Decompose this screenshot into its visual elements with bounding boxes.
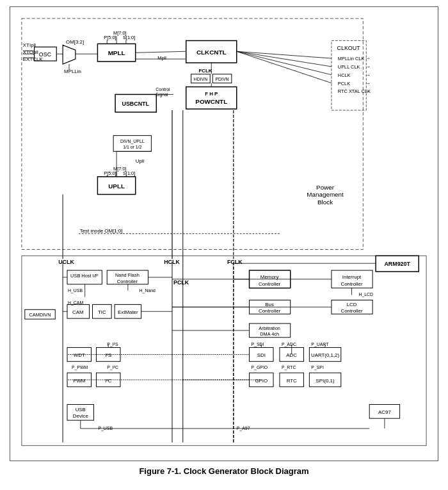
figure-caption: Figure 7-1. Clock Generator Block Diagra… xyxy=(139,466,308,476)
powcntl-label: POWCNTL xyxy=(195,98,227,105)
svg-text:FCLK: FCLK xyxy=(198,68,212,74)
mpll-label: MPLL xyxy=(108,49,125,56)
svg-text:→: → xyxy=(365,72,371,78)
svg-text:HDIVN: HDIVN xyxy=(194,77,208,81)
svg-text:MPLLin CLK: MPLLin CLK xyxy=(338,56,365,61)
svg-text:F  H  P: F H P xyxy=(205,91,218,97)
svg-text:Controller: Controller xyxy=(340,281,363,287)
svg-marker-10 xyxy=(63,45,76,64)
svg-text:P_ADC: P_ADC xyxy=(282,342,296,347)
lcd-controller-label: LCD xyxy=(347,302,357,307)
pwm-label: PWM xyxy=(73,378,85,384)
svg-text:P_PWM: P_PWM xyxy=(72,365,88,370)
svg-text:HCLK: HCLK xyxy=(338,72,351,78)
svg-text:DIVN_UPLL: DIVN_UPLL xyxy=(120,139,145,144)
interrupt-controller-label: Interrupt xyxy=(342,274,362,280)
svg-text:P_I²C: P_I²C xyxy=(107,365,118,370)
svg-text:P_I²S: P_I²S xyxy=(107,342,118,347)
svg-text:H_USB: H_USB xyxy=(68,288,83,293)
svg-text:→: → xyxy=(365,63,371,70)
svg-text:Signal: Signal xyxy=(156,92,168,97)
arm920t-label: ARM920T xyxy=(384,261,410,267)
svg-text:USB: USB xyxy=(76,407,86,412)
svg-text:TIC: TIC xyxy=(98,309,106,315)
clkcntl-label: CLKCNTL xyxy=(196,49,227,56)
svg-text:P_SDI: P_SDI xyxy=(251,342,264,347)
svg-text:Nand Flash: Nand Flash xyxy=(115,272,140,278)
pclk-label: PCLK xyxy=(173,279,189,286)
svg-text:EXTCLK: EXTCLK xyxy=(23,56,43,62)
svg-text:P_GPIO: P_GPIO xyxy=(251,365,268,370)
svg-rect-0 xyxy=(22,19,363,250)
svg-text:H_LCD: H_LCD xyxy=(358,292,373,297)
svg-text:Controller: Controller xyxy=(259,281,281,287)
svg-line-70 xyxy=(237,51,332,83)
svg-text:Controller: Controller xyxy=(259,308,281,314)
svg-text:XTIpll: XTIpll xyxy=(23,42,36,48)
i2c-label: I²C xyxy=(105,378,112,384)
svg-text:S[1:0]: S[1:0] xyxy=(123,35,135,40)
svg-text:DMA 4ch: DMA 4ch xyxy=(260,331,279,337)
svg-line-24 xyxy=(136,51,186,53)
usb-device-label: Device xyxy=(73,413,89,419)
svg-text:Control: Control xyxy=(156,87,170,92)
svg-text:P_UART: P_UART xyxy=(311,342,329,347)
svg-text:H_Nand: H_Nand xyxy=(140,288,156,293)
svg-text:USB Host I/F: USB Host I/F xyxy=(70,273,99,279)
page-container: Power Management Block OSC XTIpll XTOpll… xyxy=(0,0,448,490)
svg-text:H_CAM: H_CAM xyxy=(68,300,83,306)
svg-text:MPLLin: MPLLin xyxy=(64,69,81,74)
svg-text:XTOpll: XTOpll xyxy=(23,49,38,55)
spi-label: SPI(0,1) xyxy=(316,378,335,384)
svg-text:S[1:0]: S[1:0] xyxy=(123,170,135,176)
upll-label: UPLL xyxy=(108,183,125,190)
i2s-label: I²S xyxy=(105,352,111,358)
arb-dma-label: Arbitration xyxy=(259,325,280,331)
svg-text:P_SPI: P_SPI xyxy=(311,365,324,370)
svg-text:ExtMater: ExtMater xyxy=(118,309,138,315)
camdivn-label: CAMDIVN xyxy=(29,312,51,318)
svg-text:Test mode OM[1:0]: Test mode OM[1:0] xyxy=(80,228,123,234)
svg-line-68 xyxy=(237,51,332,67)
svg-text:CAM: CAM xyxy=(72,309,84,315)
rtc-label: RTC xyxy=(287,378,297,384)
svg-text:OM[3:2]: OM[3:2] xyxy=(66,39,84,45)
gpio-label: GPIO xyxy=(255,378,268,384)
power-mgmt-label: Power xyxy=(316,184,335,191)
svg-text:→: → xyxy=(365,80,371,86)
svg-text:Block: Block xyxy=(317,199,333,206)
svg-text:→: → xyxy=(365,88,371,94)
svg-text:P[5:0]: P[5:0] xyxy=(104,35,116,40)
svg-text:Mpll: Mpll xyxy=(157,55,166,61)
svg-text:Management: Management xyxy=(307,191,344,198)
svg-text:Upll: Upll xyxy=(136,158,145,164)
usbcntl-label: USBCNTL xyxy=(122,101,149,107)
clkout-label: CLKOUT xyxy=(337,45,361,51)
wdt-label: WDT xyxy=(74,352,85,358)
svg-text:Controller: Controller xyxy=(117,279,138,284)
svg-text:→: → xyxy=(365,55,371,61)
svg-text:Controller: Controller xyxy=(340,308,363,314)
svg-text:1/1 or 1/2: 1/1 or 1/2 xyxy=(123,145,141,149)
svg-text:P_RTC: P_RTC xyxy=(282,365,296,370)
svg-text:PDIVN: PDIVN xyxy=(215,77,228,81)
ac97-label: AC97 xyxy=(378,409,391,415)
uart-label: UART(0,1,2) xyxy=(311,352,340,358)
uclk-label: UCLK xyxy=(58,259,74,265)
diagram-wrapper: Power Management Block OSC XTIpll XTOpll… xyxy=(10,6,438,461)
svg-text:PCLK: PCLK xyxy=(338,81,350,86)
svg-text:UPLL CLK: UPLL CLK xyxy=(338,64,360,70)
fclk-label: FCLK xyxy=(227,259,243,265)
sdi-label: SDI xyxy=(257,352,266,358)
